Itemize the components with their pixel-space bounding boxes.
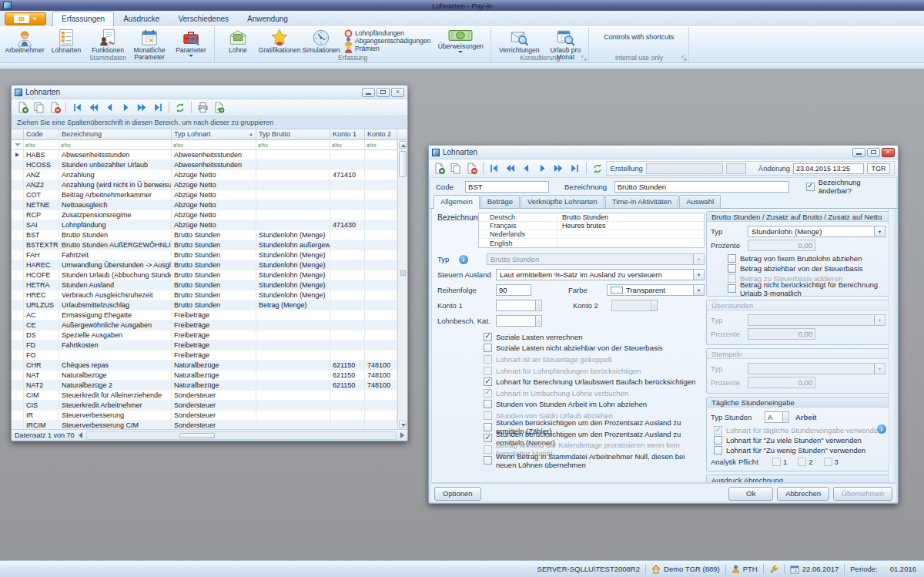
- table-row[interactable]: HETRA Stunden Ausland Brutto Stunden Stu…: [12, 280, 407, 290]
- abbrechen-button[interactable]: Abbrechen: [777, 487, 829, 501]
- ribbon-tab[interactable]: Verschiedenes: [169, 12, 238, 26]
- column-header-code[interactable]: Code: [24, 129, 59, 139]
- filter-cell-konto1[interactable]: a%c: [330, 140, 365, 149]
- copy-record-button[interactable]: [448, 162, 464, 176]
- scroll-right-button[interactable]: [400, 432, 404, 438]
- nav-next-button[interactable]: [535, 162, 551, 176]
- checkbox-row[interactable]: Lohnart für Lohnpfändungen berücksichtig…: [484, 365, 705, 377]
- print-button[interactable]: [195, 101, 210, 115]
- table-row[interactable]: HABS Abwesenheitsstunden Abwesenheitsstu…: [12, 150, 407, 160]
- application-menu-button[interactable]: ID: [5, 12, 46, 25]
- checkbox-row[interactable]: Lohnart für tägliche Stundeneingabe verw…: [714, 425, 886, 435]
- checkbox-row[interactable]: Lohnart für Berechnung Urlaubswert Baufa…: [484, 376, 705, 387]
- ribbon-item-controls-with-shortcuts[interactable]: Controls with shortcuts: [591, 33, 686, 41]
- ribbon-item-arbeitnehmer[interactable]: Arbeitnehmer: [4, 28, 45, 53]
- language-row[interactable]: Deutsch Brutto Stunden: [479, 213, 704, 222]
- ribbon-item-funktionen[interactable]: Funktionen: [87, 28, 129, 53]
- filter-cell-code[interactable]: a%c: [24, 140, 59, 149]
- language-row[interactable]: Nederlands: [479, 230, 704, 239]
- table-row[interactable]: CE Außergewöhnliche Ausgaben Freibeträge: [12, 320, 407, 330]
- table-row[interactable]: IRCIM Steuerverbesserung CIM Sondersteue…: [12, 421, 407, 429]
- nav-fast-prev-button[interactable]: [85, 101, 101, 115]
- table-row[interactable]: SAI Lohnpfändung Abzüge Netto 471430: [12, 220, 407, 230]
- close-button[interactable]: ×: [882, 148, 895, 157]
- detail-tab[interactable]: Auswahl: [679, 195, 721, 208]
- minimize-button[interactable]: [362, 88, 375, 97]
- table-row[interactable]: NAT2 Naturalbezüge 2 Naturalbezüge 62115…: [12, 381, 407, 391]
- table-row[interactable]: RCP Zusatzpensionsregime Abzüge Netto: [12, 210, 407, 220]
- nav-first-button[interactable]: [69, 101, 85, 115]
- vertical-scrollbar[interactable]: [397, 140, 407, 429]
- horizontal-scrollbar[interactable]: [86, 431, 397, 440]
- nav-last-button[interactable]: [567, 162, 583, 176]
- detail-tab[interactable]: Beträge: [480, 195, 520, 208]
- table-row[interactable]: CIM Steuerkredit für Alleinerziehende So…: [12, 391, 407, 401]
- typ-stunden-lookup-button[interactable]: ⋮: [783, 411, 789, 423]
- refresh-button[interactable]: [590, 162, 605, 176]
- dialog-launcher-icon[interactable]: [681, 55, 687, 61]
- ok-button[interactable]: Ok: [728, 487, 773, 501]
- delete-record-button[interactable]: [464, 162, 480, 176]
- checkbox-row[interactable]: Stunden von Stunden Arbeit im Lohn abzie…: [484, 399, 705, 411]
- table-row[interactable]: IR Steuerverbesserung Sondersteuer: [12, 411, 407, 421]
- ribbon-item-abgangsentschaedigungen[interactable]: Abgangsentschädigungen: [344, 37, 430, 45]
- info-icon[interactable]: i: [877, 424, 886, 434]
- language-value[interactable]: Heures brutes: [557, 222, 704, 230]
- filter-cell-typ-brutto[interactable]: a%c: [256, 140, 330, 149]
- scrollbar-thumb[interactable]: [399, 151, 407, 177]
- table-row[interactable]: HAREC Umwandlung Überstunden -> Ausgleic…: [12, 260, 407, 270]
- checkbox-row[interactable]: Soziale Lasten verrechnen: [484, 331, 705, 343]
- ribbon-tab[interactable]: Ausdrucke: [114, 12, 169, 26]
- bezeichnung-field[interactable]: Brutto Stunden: [614, 181, 789, 193]
- language-row[interactable]: Français Heures brutes: [479, 222, 704, 230]
- detail-tab[interactable]: Allgemein: [434, 195, 480, 209]
- nav-prev-button[interactable]: [519, 162, 534, 176]
- filter-cell-bezeichnung[interactable]: a%c: [59, 140, 172, 149]
- optionen-button[interactable]: Optionen: [434, 487, 481, 501]
- konto1-field[interactable]: [496, 300, 536, 311]
- nav-next-button[interactable]: [118, 101, 133, 115]
- info-icon[interactable]: i: [459, 255, 468, 264]
- analytik-option-3[interactable]: 3: [824, 458, 839, 466]
- table-row[interactable]: ANZ2 Anzahlung (wird nicht in Ü berweisu…: [12, 180, 407, 190]
- column-header-bezeichnung[interactable]: Bezeichnung: [59, 129, 172, 139]
- ribbon-item-lohnpfaendungen[interactable]: Lohnpfändungen: [344, 29, 430, 37]
- ribbon-item-verrichtungen[interactable]: Verrichtungen: [494, 28, 544, 53]
- table-row[interactable]: NETNE Nettoausgleich Abzüge Netto: [12, 200, 407, 210]
- checkbox-row[interactable]: Betrag von fixem Bruttolohn abziehen: [728, 253, 886, 263]
- dialog-launcher-icon[interactable]: [581, 55, 587, 61]
- ribbon-item-praemien[interactable]: Prämien: [344, 45, 430, 52]
- checkbox-row[interactable]: Lohnart für "Zu wenig Stunden" verwenden: [714, 445, 886, 455]
- company-segment[interactable]: Demo TGR (889): [651, 565, 720, 574]
- copy-record-button[interactable]: [31, 101, 46, 115]
- checkbox-row[interactable]: Lohnart in Umbuchung Löhne verbuchen: [484, 387, 705, 399]
- ribbon-item-urlaub-pro-monat[interactable]: Urlaub pro Monat: [544, 28, 586, 53]
- konto2-lookup-button[interactable]: ⋮: [651, 300, 658, 311]
- nav-first-button[interactable]: [487, 162, 502, 176]
- table-row[interactable]: URLZUS Urlaubsmittelzuschlag Brutto Stun…: [12, 300, 407, 310]
- refresh-button[interactable]: [172, 101, 188, 115]
- table-row[interactable]: HCOFE Stunden Urlaub (Abbuchung Stunden …: [12, 270, 407, 280]
- checkbox-row[interactable]: Betrag abziehbar von der Steuerbasis: [728, 263, 886, 273]
- table-row[interactable]: HCOSS Stunden unbezahlter Urlaub Abwesen…: [12, 160, 407, 170]
- table-row[interactable]: FAH Fahrtzeit Brutto Stunden Stundenlohn…: [12, 250, 407, 260]
- table-row[interactable]: COT Beitrag Arbeitnehmerkammer Abzüge Ne…: [12, 190, 407, 200]
- ribbon-item-loehne[interactable]: Löhne: [217, 28, 259, 53]
- new-record-button[interactable]: [15, 101, 30, 115]
- bezeichnung-aenderbar-checkbox[interactable]: Bezeichnung änderbar?: [806, 178, 891, 195]
- column-header-konto1[interactable]: Konto 1: [330, 129, 365, 139]
- settings-segment[interactable]: [769, 565, 778, 574]
- checkbox-row[interactable]: Wenn Betrag in Stammdatei Arbeitnehmer N…: [484, 455, 705, 467]
- farbe-dropdown[interactable]: Transparent ▼: [607, 284, 705, 296]
- konto1-lookup-button[interactable]: ⋮: [536, 300, 542, 311]
- column-header-typ-brutto[interactable]: Typ Brutto: [256, 129, 330, 139]
- steuern-ausland-dropdown[interactable]: Laut ermitteltem %-Satz im Ausland zu ve…: [496, 269, 705, 280]
- scroll-left-button[interactable]: [79, 432, 82, 438]
- lohnbesch-field[interactable]: [496, 315, 536, 327]
- lohnbesch-lookup-button[interactable]: ⋮: [536, 315, 542, 327]
- detail-tab[interactable]: Verknüpfte Lohnarten: [521, 195, 604, 208]
- checkbox-row[interactable]: Betrag nicht berücksichtigt für Berechnu…: [728, 283, 886, 294]
- scrollbar-thumb[interactable]: [179, 433, 215, 438]
- nav-fast-next-button[interactable]: [551, 162, 567, 176]
- detail-tab[interactable]: Time-in Aktivitäten: [605, 195, 678, 208]
